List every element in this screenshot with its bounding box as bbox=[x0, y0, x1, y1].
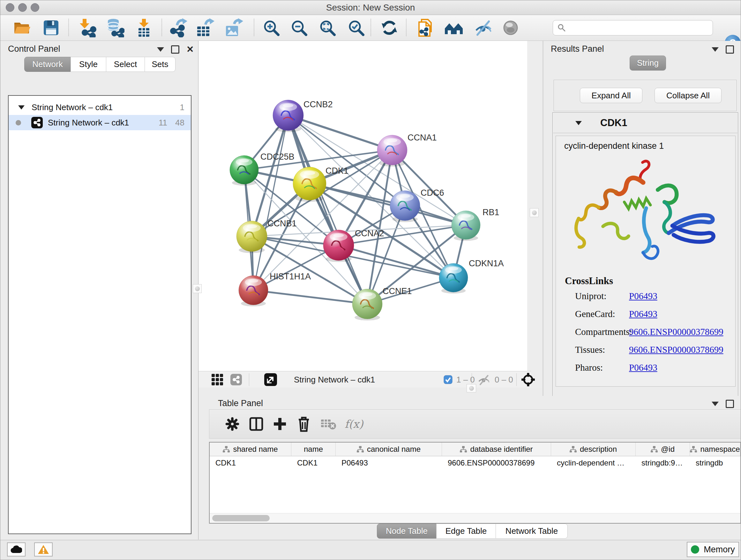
column-header-description[interactable]: description bbox=[551, 442, 636, 456]
network-node-CDKN1A[interactable] bbox=[439, 263, 468, 294]
toolbar-separator bbox=[68, 19, 69, 36]
new-network-from-selection-button[interactable] bbox=[415, 17, 435, 38]
open-in-browser-icon[interactable] bbox=[264, 371, 277, 388]
network-node-CCNA2[interactable] bbox=[323, 230, 354, 262]
gene-section-header[interactable]: CDK1 bbox=[553, 113, 738, 133]
network-node-HIST1H1A[interactable] bbox=[239, 275, 268, 307]
network-list: String Network – cdk1 1 String Network –… bbox=[8, 95, 192, 534]
network-type-share-icon[interactable] bbox=[230, 371, 242, 388]
selected-checkbox-icon[interactable] bbox=[444, 375, 453, 384]
panel-menu-icon[interactable] bbox=[712, 47, 719, 52]
import-table-button[interactable] bbox=[134, 17, 154, 38]
create-column-plus-icon[interactable] bbox=[273, 410, 287, 438]
show-all-button[interactable] bbox=[500, 17, 521, 38]
right-splitter-handle[interactable] bbox=[530, 208, 539, 217]
network-node-RB1[interactable] bbox=[452, 211, 480, 241]
hide-selected-button[interactable] bbox=[473, 17, 493, 38]
zoom-fit-button[interactable] bbox=[317, 17, 338, 38]
tab-network-table[interactable]: Network Table bbox=[495, 523, 568, 539]
tab-network[interactable]: Network bbox=[24, 57, 71, 72]
warning-triangle-icon bbox=[38, 544, 49, 555]
zoom-out-button[interactable] bbox=[289, 17, 309, 38]
expand-all-button[interactable]: Expand All bbox=[580, 88, 643, 103]
select-first-neighbors-button[interactable] bbox=[444, 17, 464, 38]
search-input[interactable] bbox=[568, 23, 713, 33]
network-collection-row[interactable]: String Network – cdk1 1 bbox=[9, 100, 191, 115]
panel-float-icon[interactable] bbox=[726, 45, 734, 54]
table-cell[interactable]: CDK1 bbox=[291, 456, 336, 470]
scrollbar-thumb[interactable] bbox=[212, 515, 270, 521]
export-image-button[interactable] bbox=[224, 17, 244, 38]
network-node-CDK1[interactable] bbox=[293, 167, 326, 202]
selected-node-edge-counts: 1 – 0 bbox=[456, 375, 475, 385]
show-column-selector-icon[interactable] bbox=[248, 410, 264, 438]
network-edge-count: 48 bbox=[175, 118, 185, 128]
collection-count: 1 bbox=[180, 103, 185, 112]
network-node-CDC6[interactable] bbox=[390, 191, 420, 222]
search-field[interactable] bbox=[553, 20, 713, 36]
column-header-shared-name[interactable]: shared name bbox=[210, 442, 291, 456]
panel-menu-icon[interactable] bbox=[157, 47, 164, 52]
network-node-CCNB1[interactable] bbox=[237, 221, 267, 253]
column-header-namespace[interactable]: namespace bbox=[690, 442, 740, 456]
table-cell[interactable]: CDK1 bbox=[210, 456, 291, 470]
tab-style[interactable]: Style bbox=[71, 57, 106, 72]
crosslink-value-link[interactable]: P06493 bbox=[629, 291, 657, 301]
network-edge-CCNB2-CCNA1[interactable] bbox=[288, 115, 392, 150]
left-splitter-handle[interactable] bbox=[193, 284, 202, 293]
table-cell[interactable]: cyclin-dependent … bbox=[551, 456, 636, 470]
gene-expander-icon[interactable] bbox=[576, 121, 582, 125]
column-header--id[interactable]: @id bbox=[636, 442, 690, 456]
delete-column-trash-icon[interactable] bbox=[296, 410, 312, 438]
export-network-button[interactable] bbox=[168, 17, 188, 38]
zoom-in-button[interactable] bbox=[261, 17, 281, 38]
bottom-splitter-handle[interactable] bbox=[467, 384, 476, 392]
table-row[interactable]: CDK1CDK1P064939606.ENSP00000378699cyclin… bbox=[210, 456, 740, 470]
memory-status-dot bbox=[691, 545, 699, 554]
panel-float-icon[interactable] bbox=[726, 400, 734, 408]
delete-table-icon[interactable] bbox=[320, 410, 337, 438]
function-builder-fx-icon[interactable]: f(x) bbox=[345, 410, 363, 438]
warnings-button[interactable] bbox=[34, 543, 53, 557]
open-session-button[interactable] bbox=[12, 17, 32, 38]
crosslink-value-link[interactable]: P06493 bbox=[629, 309, 657, 319]
tab-string[interactable]: String bbox=[630, 56, 666, 71]
network-edge-CCNB2-HIST1H1A[interactable] bbox=[253, 115, 288, 290]
tab-node-table[interactable]: Node Table bbox=[377, 523, 436, 539]
collection-expander-icon[interactable] bbox=[18, 105, 24, 110]
network-edge-HIST1H1A-CCNE1[interactable] bbox=[253, 290, 367, 304]
hierarchy-icon bbox=[569, 446, 577, 453]
birdseye-grid-icon[interactable] bbox=[211, 371, 223, 388]
table-cell[interactable]: stringdb bbox=[690, 456, 740, 470]
collapse-all-button[interactable]: Collapse All bbox=[655, 88, 722, 103]
column-header-database-identifier[interactable]: database identifier bbox=[442, 442, 551, 456]
crosslink-value-link[interactable]: 9606.ENSP00000378699 bbox=[629, 327, 724, 337]
column-header-canonical-name[interactable]: canonical name bbox=[336, 442, 442, 456]
table-options-gear-icon[interactable] bbox=[225, 410, 240, 438]
table-cell[interactable]: P06493 bbox=[336, 456, 442, 470]
crosslink-value-link[interactable]: P06493 bbox=[629, 362, 657, 373]
column-header-name[interactable]: name bbox=[291, 442, 336, 456]
network-node-CCNE1[interactable] bbox=[352, 289, 382, 320]
panel-close-icon[interactable]: ✕ bbox=[186, 46, 194, 53]
refresh-view-button[interactable] bbox=[379, 17, 400, 38]
tab-sets[interactable]: Sets bbox=[145, 57, 176, 72]
save-session-button[interactable] bbox=[41, 17, 61, 38]
network-canvas[interactable]: CCNB2CCNA1CDC25BCDK1CDC6RB1CCNB1CCNA2CDK… bbox=[199, 41, 542, 371]
import-network-file-button[interactable] bbox=[77, 17, 98, 38]
panel-float-icon[interactable] bbox=[171, 45, 179, 54]
tab-select[interactable]: Select bbox=[106, 57, 145, 72]
fit-selected-crosshair-icon[interactable] bbox=[522, 371, 535, 388]
cloud-status-button[interactable] bbox=[7, 543, 25, 557]
zoom-selected-button[interactable] bbox=[346, 17, 366, 38]
import-network-database-button[interactable] bbox=[105, 17, 125, 38]
table-horizontal-scrollbar[interactable] bbox=[210, 513, 740, 523]
tab-edge-table[interactable]: Edge Table bbox=[436, 523, 496, 539]
crosslink-value-link[interactable]: 9606.ENSP00000378699 bbox=[629, 345, 724, 355]
network-row[interactable]: String Network – cdk1 11 48 bbox=[9, 115, 191, 130]
table-cell[interactable]: 9606.ENSP00000378699 bbox=[442, 456, 551, 470]
memory-button[interactable]: Memory bbox=[687, 542, 739, 557]
panel-menu-icon[interactable] bbox=[712, 401, 719, 406]
table-cell[interactable]: stringdb:9… bbox=[636, 456, 690, 470]
export-table-button[interactable] bbox=[195, 17, 215, 38]
